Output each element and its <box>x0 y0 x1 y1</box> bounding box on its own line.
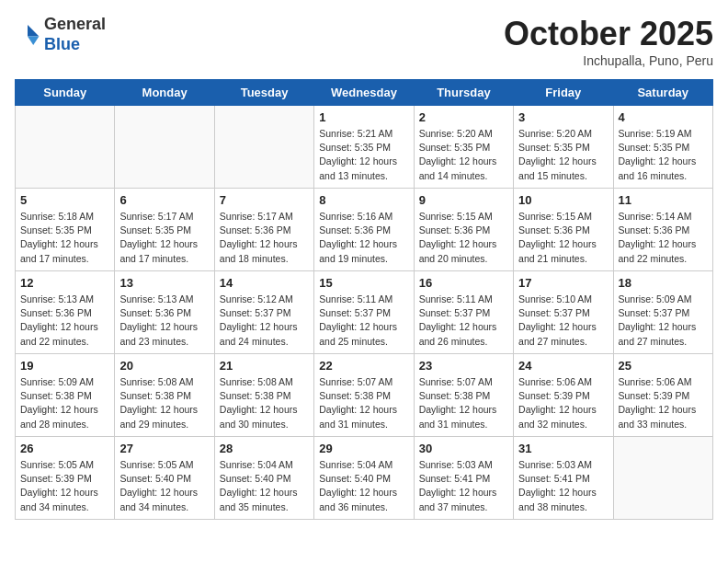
day-number: 10 <box>518 193 608 207</box>
day-number: 21 <box>220 359 309 373</box>
month-title: October 2025 <box>504 15 713 53</box>
calendar-cell: 7Sunrise: 5:17 AM Sunset: 5:36 PM Daylig… <box>214 189 313 271</box>
logo-icon <box>15 22 40 48</box>
calendar-cell: 21Sunrise: 5:08 AM Sunset: 5:38 PM Dayli… <box>214 354 313 437</box>
calendar-cell: 4Sunrise: 5:19 AM Sunset: 5:35 PM Daylig… <box>613 106 712 189</box>
day-number: 7 <box>220 193 309 207</box>
day-info: Sunrise: 5:04 AM Sunset: 5:40 PM Dayligh… <box>220 458 309 514</box>
calendar-cell <box>613 437 712 520</box>
weekday-header-saturday: Saturday <box>613 80 712 106</box>
day-info: Sunrise: 5:15 AM Sunset: 5:36 PM Dayligh… <box>518 210 608 266</box>
day-info: Sunrise: 5:14 AM Sunset: 5:36 PM Dayligh… <box>619 210 708 266</box>
calendar-cell <box>16 106 115 189</box>
calendar-cell: 10Sunrise: 5:15 AM Sunset: 5:36 PM Dayli… <box>514 189 613 271</box>
weekday-header-tuesday: Tuesday <box>214 80 313 106</box>
calendar-cell: 29Sunrise: 5:04 AM Sunset: 5:40 PM Dayli… <box>314 437 414 520</box>
day-info: Sunrise: 5:17 AM Sunset: 5:35 PM Dayligh… <box>119 210 209 266</box>
calendar-week-row: 26Sunrise: 5:05 AM Sunset: 5:39 PM Dayli… <box>16 437 713 520</box>
day-number: 3 <box>518 110 608 124</box>
day-number: 11 <box>619 193 708 207</box>
day-info: Sunrise: 5:06 AM Sunset: 5:39 PM Dayligh… <box>619 375 708 431</box>
calendar-cell: 27Sunrise: 5:05 AM Sunset: 5:40 PM Dayli… <box>115 437 214 520</box>
day-number: 16 <box>419 276 508 290</box>
calendar-cell: 17Sunrise: 5:10 AM Sunset: 5:37 PM Dayli… <box>514 271 613 354</box>
day-info: Sunrise: 5:06 AM Sunset: 5:39 PM Dayligh… <box>518 375 608 431</box>
calendar-cell: 18Sunrise: 5:09 AM Sunset: 5:37 PM Dayli… <box>613 271 712 354</box>
day-number: 29 <box>319 442 408 455</box>
day-info: Sunrise: 5:16 AM Sunset: 5:36 PM Dayligh… <box>319 210 408 266</box>
day-number: 15 <box>319 276 408 290</box>
calendar-cell: 28Sunrise: 5:04 AM Sunset: 5:40 PM Dayli… <box>214 437 313 520</box>
day-info: Sunrise: 5:04 AM Sunset: 5:40 PM Dayligh… <box>319 458 408 514</box>
logo-blue-text: Blue <box>44 35 80 53</box>
calendar-cell: 23Sunrise: 5:07 AM Sunset: 5:38 PM Dayli… <box>414 354 513 437</box>
calendar-cell: 9Sunrise: 5:15 AM Sunset: 5:36 PM Daylig… <box>414 189 513 271</box>
calendar-cell: 15Sunrise: 5:11 AM Sunset: 5:37 PM Dayli… <box>314 271 414 354</box>
day-number: 31 <box>518 442 608 455</box>
day-info: Sunrise: 5:15 AM Sunset: 5:36 PM Dayligh… <box>419 210 508 266</box>
day-number: 28 <box>220 442 309 455</box>
calendar-cell: 24Sunrise: 5:06 AM Sunset: 5:39 PM Dayli… <box>514 354 613 437</box>
calendar-cell: 3Sunrise: 5:20 AM Sunset: 5:35 PM Daylig… <box>514 106 613 189</box>
day-info: Sunrise: 5:11 AM Sunset: 5:37 PM Dayligh… <box>419 293 508 349</box>
day-number: 8 <box>319 193 408 207</box>
weekday-header-friday: Friday <box>514 80 613 106</box>
day-number: 6 <box>119 193 209 207</box>
day-number: 20 <box>119 359 209 373</box>
calendar-cell: 22Sunrise: 5:07 AM Sunset: 5:38 PM Dayli… <box>314 354 414 437</box>
calendar-cell: 16Sunrise: 5:11 AM Sunset: 5:37 PM Dayli… <box>414 271 513 354</box>
weekday-header-thursday: Thursday <box>414 80 513 106</box>
calendar-cell: 20Sunrise: 5:08 AM Sunset: 5:38 PM Dayli… <box>115 354 214 437</box>
weekday-header-sunday: Sunday <box>16 80 115 106</box>
calendar-cell: 11Sunrise: 5:14 AM Sunset: 5:36 PM Dayli… <box>613 189 712 271</box>
calendar-week-row: 19Sunrise: 5:09 AM Sunset: 5:38 PM Dayli… <box>16 354 713 437</box>
day-info: Sunrise: 5:12 AM Sunset: 5:37 PM Dayligh… <box>220 293 309 349</box>
calendar-cell: 2Sunrise: 5:20 AM Sunset: 5:35 PM Daylig… <box>414 106 513 189</box>
day-number: 4 <box>619 110 708 124</box>
day-info: Sunrise: 5:10 AM Sunset: 5:37 PM Dayligh… <box>518 293 608 349</box>
day-number: 9 <box>419 193 508 207</box>
logo: General Blue <box>15 15 106 54</box>
day-number: 23 <box>419 359 508 373</box>
day-number: 24 <box>518 359 608 373</box>
calendar-cell: 14Sunrise: 5:12 AM Sunset: 5:37 PM Dayli… <box>214 271 313 354</box>
day-info: Sunrise: 5:03 AM Sunset: 5:41 PM Dayligh… <box>419 458 508 514</box>
page-header: General Blue October 2025 Inchupalla, Pu… <box>15 15 713 68</box>
weekday-header-wednesday: Wednesday <box>314 80 414 106</box>
day-number: 14 <box>220 276 309 290</box>
day-info: Sunrise: 5:19 AM Sunset: 5:35 PM Dayligh… <box>619 127 708 183</box>
day-number: 26 <box>20 442 109 455</box>
calendar-cell <box>115 106 214 189</box>
calendar-cell: 13Sunrise: 5:13 AM Sunset: 5:36 PM Dayli… <box>115 271 214 354</box>
day-number: 22 <box>319 359 408 373</box>
calendar-week-row: 5Sunrise: 5:18 AM Sunset: 5:35 PM Daylig… <box>16 189 713 271</box>
day-info: Sunrise: 5:05 AM Sunset: 5:39 PM Dayligh… <box>20 458 109 514</box>
calendar-cell: 12Sunrise: 5:13 AM Sunset: 5:36 PM Dayli… <box>16 271 115 354</box>
day-number: 19 <box>20 359 109 373</box>
day-info: Sunrise: 5:03 AM Sunset: 5:41 PM Dayligh… <box>518 458 608 514</box>
day-info: Sunrise: 5:20 AM Sunset: 5:35 PM Dayligh… <box>419 127 508 183</box>
day-number: 18 <box>619 276 708 290</box>
day-info: Sunrise: 5:09 AM Sunset: 5:37 PM Dayligh… <box>619 293 708 349</box>
day-number: 2 <box>419 110 508 124</box>
svg-marker-1 <box>28 36 39 44</box>
day-info: Sunrise: 5:13 AM Sunset: 5:36 PM Dayligh… <box>20 293 109 349</box>
calendar-cell: 26Sunrise: 5:05 AM Sunset: 5:39 PM Dayli… <box>16 437 115 520</box>
day-number: 5 <box>20 193 109 207</box>
day-number: 13 <box>119 276 209 290</box>
calendar-week-row: 1Sunrise: 5:21 AM Sunset: 5:35 PM Daylig… <box>16 106 713 189</box>
day-info: Sunrise: 5:20 AM Sunset: 5:35 PM Dayligh… <box>518 127 608 183</box>
svg-marker-0 <box>28 25 39 36</box>
day-number: 12 <box>20 276 109 290</box>
weekday-header-row: SundayMondayTuesdayWednesdayThursdayFrid… <box>16 80 713 106</box>
weekday-header-monday: Monday <box>115 80 214 106</box>
calendar-week-row: 12Sunrise: 5:13 AM Sunset: 5:36 PM Dayli… <box>16 271 713 354</box>
day-info: Sunrise: 5:08 AM Sunset: 5:38 PM Dayligh… <box>220 375 309 431</box>
calendar-cell: 5Sunrise: 5:18 AM Sunset: 5:35 PM Daylig… <box>16 189 115 271</box>
calendar-cell: 6Sunrise: 5:17 AM Sunset: 5:35 PM Daylig… <box>115 189 214 271</box>
day-number: 30 <box>419 442 508 455</box>
day-info: Sunrise: 5:08 AM Sunset: 5:38 PM Dayligh… <box>119 375 209 431</box>
calendar-cell: 8Sunrise: 5:16 AM Sunset: 5:36 PM Daylig… <box>314 189 414 271</box>
calendar-cell: 1Sunrise: 5:21 AM Sunset: 5:35 PM Daylig… <box>314 106 414 189</box>
day-number: 27 <box>119 442 209 455</box>
